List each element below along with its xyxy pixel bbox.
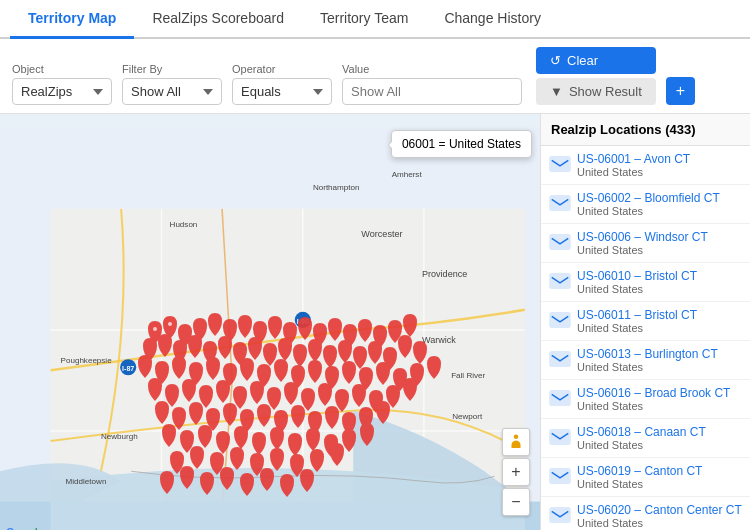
operator-select[interactable]: Equals — [232, 78, 332, 105]
svg-text:Fall River: Fall River — [451, 371, 485, 380]
object-select[interactable]: RealZips — [12, 78, 112, 105]
map-area[interactable]: Boston Worcester Providence Warwick Fall… — [0, 114, 540, 530]
sidebar-item-country: United States — [577, 322, 697, 334]
sidebar-item-icon[interactable] — [549, 387, 571, 409]
svg-text:I-90: I-90 — [297, 318, 309, 325]
operator-label: Operator — [232, 63, 332, 75]
map-svg: Boston Worcester Providence Warwick Fall… — [0, 114, 540, 530]
sidebar-item-text: US-06020 – Canton Center CT United State… — [577, 503, 742, 529]
filter-by-label: Filter By — [122, 63, 222, 75]
zoom-in-button[interactable]: + — [502, 458, 530, 486]
sidebar-item-icon[interactable] — [549, 192, 571, 214]
tab-territory-map[interactable]: Territory Map — [10, 0, 134, 39]
sidebar-item-zip[interactable]: US-06013 – Burlington CT — [577, 347, 718, 361]
svg-rect-32 — [550, 235, 570, 250]
svg-rect-37 — [550, 430, 570, 445]
svg-rect-31 — [550, 196, 570, 211]
sidebar-item-icon[interactable] — [549, 231, 571, 253]
sidebar-item-zip[interactable]: US-06018 – Canaan CT — [577, 425, 706, 439]
svg-text:Providence: Providence — [422, 269, 467, 279]
map-tooltip: 06001 = United States — [391, 130, 532, 158]
svg-text:Amherst: Amherst — [392, 170, 423, 179]
filter-by-select[interactable]: Show All — [122, 78, 222, 105]
svg-point-29 — [514, 435, 519, 440]
sidebar-item-zip[interactable]: US-06020 – Canton Center CT — [577, 503, 742, 517]
sidebar-item-zip[interactable]: US-06016 – Broad Brook CT — [577, 386, 730, 400]
sidebar-list-item: US-06001 – Avon CT United States — [541, 146, 750, 185]
sidebar-list-item: US-06018 – Canaan CT United States — [541, 419, 750, 458]
sidebar-item-country: United States — [577, 478, 702, 490]
sidebar-item-country: United States — [577, 205, 720, 217]
sidebar-header: Realzip Locations (433) — [541, 114, 750, 146]
sidebar-item-text: US-06010 – Bristol CT United States — [577, 269, 697, 295]
sidebar-list-item: US-06010 – Bristol CT United States — [541, 263, 750, 302]
sidebar-item-text: US-06006 – Windsor CT United States — [577, 230, 708, 256]
sidebar-item-icon[interactable] — [549, 348, 571, 370]
sidebar-item-zip[interactable]: US-06011 – Bristol CT — [577, 308, 697, 322]
tab-realzips-scoreboard[interactable]: RealZips Scoreboard — [134, 0, 302, 39]
map-zoom-controls: + − — [502, 458, 530, 516]
sidebar-item-icon[interactable] — [549, 504, 571, 526]
show-result-button[interactable]: ▼ Show Result — [536, 78, 656, 105]
sidebar-item-country: United States — [577, 166, 690, 178]
sidebar-item-country: United States — [577, 517, 742, 529]
sidebar-list-item: US-06006 – Windsor CT United States — [541, 224, 750, 263]
sidebar-item-text: US-06011 – Bristol CT United States — [577, 308, 697, 334]
svg-rect-36 — [550, 391, 570, 406]
sidebar-item-country: United States — [577, 439, 706, 451]
value-label: Value — [342, 63, 522, 75]
svg-text:Poughkeepsie: Poughkeepsie — [61, 356, 113, 365]
sidebar-item-country: United States — [577, 244, 708, 256]
tab-territory-team[interactable]: Territory Team — [302, 0, 426, 39]
sidebar-item-text: US-06018 – Canaan CT United States — [577, 425, 706, 451]
street-view-button[interactable] — [502, 428, 530, 456]
sidebar-list: US-06001 – Avon CT United States US-0600… — [541, 146, 750, 530]
sidebar-item-text: US-06001 – Avon CT United States — [577, 152, 690, 178]
sidebar-item-icon[interactable] — [549, 153, 571, 175]
sidebar-list-item: US-06020 – Canton Center CT United State… — [541, 497, 750, 530]
add-button[interactable]: + — [666, 77, 695, 105]
svg-rect-38 — [550, 469, 570, 484]
svg-text:Worcester: Worcester — [361, 229, 402, 239]
sidebar-list-item: US-06016 – Broad Brook CT United States — [541, 380, 750, 419]
sidebar-item-country: United States — [577, 283, 697, 295]
svg-text:Middletown: Middletown — [66, 477, 107, 486]
sidebar-list-item: US-06013 – Burlington CT United States — [541, 341, 750, 380]
svg-rect-35 — [550, 352, 570, 367]
svg-rect-30 — [550, 157, 570, 172]
sidebar-item-text: US-06016 – Broad Brook CT United States — [577, 386, 730, 412]
sidebar-item-zip[interactable]: US-06010 – Bristol CT — [577, 269, 697, 283]
clear-button[interactable]: ↺ Clear — [536, 47, 656, 74]
sidebar-list-item: US-06011 – Bristol CT United States — [541, 302, 750, 341]
sidebar-item-icon[interactable] — [549, 426, 571, 448]
filter-bar: Object RealZips Filter By Show All Opera… — [0, 39, 750, 114]
value-input[interactable] — [342, 78, 522, 105]
tab-change-history[interactable]: Change History — [426, 0, 559, 39]
svg-text:Newport: Newport — [452, 412, 483, 421]
svg-rect-34 — [550, 313, 570, 328]
header-tabs: Territory Map RealZips Scoreboard Territ… — [0, 0, 750, 39]
object-label: Object — [12, 63, 112, 75]
sidebar-item-country: United States — [577, 361, 718, 373]
svg-text:I-87: I-87 — [122, 365, 134, 372]
svg-text:Northampton: Northampton — [313, 183, 360, 192]
zoom-out-button[interactable]: − — [502, 488, 530, 516]
refresh-icon: ↺ — [550, 53, 561, 68]
sidebar-item-zip[interactable]: US-06006 – Windsor CT — [577, 230, 708, 244]
sidebar-list-item: US-06019 – Canton CT United States — [541, 458, 750, 497]
sidebar-item-zip[interactable]: US-06001 – Avon CT — [577, 152, 690, 166]
filter-icon: ▼ — [550, 84, 563, 99]
google-logo: Google — [6, 526, 44, 530]
sidebar-item-text: US-06019 – Canton CT United States — [577, 464, 702, 490]
svg-text:Newburgh: Newburgh — [101, 432, 138, 441]
sidebar-item-icon[interactable] — [549, 309, 571, 331]
sidebar-item-icon[interactable] — [549, 465, 571, 487]
svg-text:Warwick: Warwick — [422, 335, 456, 345]
sidebar-item-zip[interactable]: US-06002 – Bloomfield CT — [577, 191, 720, 205]
sidebar-item-text: US-06002 – Bloomfield CT United States — [577, 191, 720, 217]
svg-rect-39 — [550, 508, 570, 523]
sidebar-item-zip[interactable]: US-06019 – Canton CT — [577, 464, 702, 478]
svg-rect-33 — [550, 274, 570, 289]
sidebar: Realzip Locations (433) US-06001 – Avon … — [540, 114, 750, 530]
sidebar-item-icon[interactable] — [549, 270, 571, 292]
